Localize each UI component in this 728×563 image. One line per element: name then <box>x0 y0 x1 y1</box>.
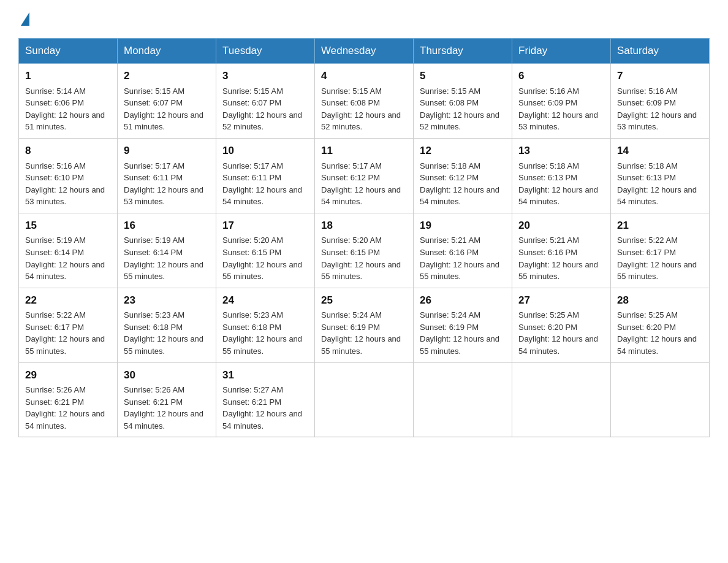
calendar-cell: 5Sunrise: 5:15 AMSunset: 6:08 PMDaylight… <box>414 64 512 139</box>
day-number: 8 <box>25 144 111 159</box>
page-header <box>18 12 710 27</box>
day-info: Sunrise: 5:18 AMSunset: 6:12 PMDaylight:… <box>420 161 499 207</box>
calendar-cell: 2Sunrise: 5:15 AMSunset: 6:07 PMDaylight… <box>118 64 216 139</box>
calendar-cell: 31Sunrise: 5:27 AMSunset: 6:21 PMDayligh… <box>216 362 315 437</box>
calendar-cell: 13Sunrise: 5:18 AMSunset: 6:13 PMDayligh… <box>512 138 611 213</box>
day-number: 31 <box>222 368 308 383</box>
calendar-cell: 28Sunrise: 5:25 AMSunset: 6:20 PMDayligh… <box>611 288 710 362</box>
day-info: Sunrise: 5:26 AMSunset: 6:21 PMDaylight:… <box>124 385 203 431</box>
day-info: Sunrise: 5:17 AMSunset: 6:11 PMDaylight:… <box>222 161 302 207</box>
calendar-cell: 26Sunrise: 5:24 AMSunset: 6:19 PMDayligh… <box>414 288 512 362</box>
calendar-body: 1Sunrise: 5:14 AMSunset: 6:06 PMDaylight… <box>19 64 710 437</box>
day-number: 9 <box>124 144 210 159</box>
calendar-cell: 17Sunrise: 5:20 AMSunset: 6:15 PMDayligh… <box>216 213 315 288</box>
weekday-header-friday: Friday <box>512 39 611 64</box>
day-number: 30 <box>124 368 210 383</box>
calendar-cell: 21Sunrise: 5:22 AMSunset: 6:17 PMDayligh… <box>611 213 710 288</box>
day-number: 27 <box>518 293 604 308</box>
day-info: Sunrise: 5:22 AMSunset: 6:17 PMDaylight:… <box>617 236 697 281</box>
calendar-cell: 11Sunrise: 5:17 AMSunset: 6:12 PMDayligh… <box>315 138 414 213</box>
weekday-header-monday: Monday <box>118 39 216 64</box>
day-info: Sunrise: 5:22 AMSunset: 6:17 PMDaylight:… <box>25 310 105 356</box>
day-number: 22 <box>25 293 111 308</box>
day-number: 14 <box>617 144 703 159</box>
day-number: 26 <box>420 293 506 308</box>
day-number: 3 <box>222 69 308 84</box>
calendar-cell: 22Sunrise: 5:22 AMSunset: 6:17 PMDayligh… <box>19 288 118 362</box>
calendar-cell: 29Sunrise: 5:26 AMSunset: 6:21 PMDayligh… <box>19 362 118 437</box>
day-info: Sunrise: 5:15 AMSunset: 6:08 PMDaylight:… <box>420 86 499 132</box>
day-info: Sunrise: 5:24 AMSunset: 6:19 PMDaylight:… <box>321 310 401 356</box>
day-number: 11 <box>321 144 407 159</box>
day-info: Sunrise: 5:24 AMSunset: 6:19 PMDaylight:… <box>420 310 499 356</box>
calendar-cell: 15Sunrise: 5:19 AMSunset: 6:14 PMDayligh… <box>19 213 118 288</box>
day-info: Sunrise: 5:21 AMSunset: 6:16 PMDaylight:… <box>420 236 499 281</box>
calendar-cell: 3Sunrise: 5:15 AMSunset: 6:07 PMDaylight… <box>216 64 315 139</box>
day-number: 6 <box>518 69 604 84</box>
calendar-cell: 12Sunrise: 5:18 AMSunset: 6:12 PMDayligh… <box>414 138 512 213</box>
day-info: Sunrise: 5:14 AMSunset: 6:06 PMDaylight:… <box>25 86 105 132</box>
day-number: 23 <box>124 293 210 308</box>
day-number: 5 <box>420 69 506 84</box>
day-number: 1 <box>25 69 111 84</box>
calendar-cell <box>611 362 710 437</box>
day-info: Sunrise: 5:16 AMSunset: 6:10 PMDaylight:… <box>25 161 105 207</box>
day-number: 16 <box>124 218 210 234</box>
calendar-week-row: 22Sunrise: 5:22 AMSunset: 6:17 PMDayligh… <box>19 288 710 362</box>
calendar-cell: 7Sunrise: 5:16 AMSunset: 6:09 PMDaylight… <box>611 64 710 139</box>
day-number: 13 <box>518 144 604 159</box>
day-info: Sunrise: 5:19 AMSunset: 6:14 PMDaylight:… <box>25 236 105 281</box>
weekday-header-row: SundayMondayTuesdayWednesdayThursdayFrid… <box>19 39 710 64</box>
calendar-cell: 24Sunrise: 5:23 AMSunset: 6:18 PMDayligh… <box>216 288 315 362</box>
calendar-cell: 14Sunrise: 5:18 AMSunset: 6:13 PMDayligh… <box>611 138 710 213</box>
calendar-cell: 23Sunrise: 5:23 AMSunset: 6:18 PMDayligh… <box>118 288 216 362</box>
day-info: Sunrise: 5:17 AMSunset: 6:12 PMDaylight:… <box>321 161 401 207</box>
day-info: Sunrise: 5:23 AMSunset: 6:18 PMDaylight:… <box>124 310 203 356</box>
calendar-cell: 1Sunrise: 5:14 AMSunset: 6:06 PMDaylight… <box>19 64 118 139</box>
calendar-cell: 9Sunrise: 5:17 AMSunset: 6:11 PMDaylight… <box>118 138 216 213</box>
day-info: Sunrise: 5:26 AMSunset: 6:21 PMDaylight:… <box>25 385 105 431</box>
weekday-header-tuesday: Tuesday <box>216 39 315 64</box>
calendar-week-row: 29Sunrise: 5:26 AMSunset: 6:21 PMDayligh… <box>19 362 710 437</box>
calendar-cell: 8Sunrise: 5:16 AMSunset: 6:10 PMDaylight… <box>19 138 118 213</box>
weekday-header-sunday: Sunday <box>19 39 118 64</box>
day-info: Sunrise: 5:15 AMSunset: 6:08 PMDaylight:… <box>321 86 401 132</box>
day-number: 20 <box>518 218 604 234</box>
weekday-header-thursday: Thursday <box>414 39 512 64</box>
day-info: Sunrise: 5:16 AMSunset: 6:09 PMDaylight:… <box>518 86 598 132</box>
day-number: 15 <box>25 218 111 234</box>
day-number: 24 <box>222 293 308 308</box>
day-info: Sunrise: 5:18 AMSunset: 6:13 PMDaylight:… <box>518 161 598 207</box>
calendar-cell: 6Sunrise: 5:16 AMSunset: 6:09 PMDaylight… <box>512 64 611 139</box>
calendar-cell: 18Sunrise: 5:20 AMSunset: 6:15 PMDayligh… <box>315 213 414 288</box>
logo <box>18 12 29 27</box>
day-number: 19 <box>420 218 506 234</box>
day-info: Sunrise: 5:20 AMSunset: 6:15 PMDaylight:… <box>222 236 302 281</box>
day-number: 10 <box>222 144 308 159</box>
calendar-week-row: 15Sunrise: 5:19 AMSunset: 6:14 PMDayligh… <box>19 213 710 288</box>
day-info: Sunrise: 5:20 AMSunset: 6:15 PMDaylight:… <box>321 236 401 281</box>
calendar-cell: 10Sunrise: 5:17 AMSunset: 6:11 PMDayligh… <box>216 138 315 213</box>
day-number: 2 <box>124 69 210 84</box>
calendar-cell: 27Sunrise: 5:25 AMSunset: 6:20 PMDayligh… <box>512 288 611 362</box>
day-number: 28 <box>617 293 703 308</box>
day-number: 21 <box>617 218 703 234</box>
day-number: 7 <box>617 69 703 84</box>
day-info: Sunrise: 5:15 AMSunset: 6:07 PMDaylight:… <box>222 86 302 132</box>
day-info: Sunrise: 5:25 AMSunset: 6:20 PMDaylight:… <box>518 310 598 356</box>
day-number: 29 <box>25 368 111 383</box>
day-info: Sunrise: 5:21 AMSunset: 6:16 PMDaylight:… <box>518 236 598 281</box>
calendar-cell: 16Sunrise: 5:19 AMSunset: 6:14 PMDayligh… <box>118 213 216 288</box>
weekday-header-wednesday: Wednesday <box>315 39 414 64</box>
calendar-week-row: 8Sunrise: 5:16 AMSunset: 6:10 PMDaylight… <box>19 138 710 213</box>
calendar-week-row: 1Sunrise: 5:14 AMSunset: 6:06 PMDaylight… <box>19 64 710 139</box>
calendar-cell: 19Sunrise: 5:21 AMSunset: 6:16 PMDayligh… <box>414 213 512 288</box>
calendar-cell <box>414 362 512 437</box>
calendar-cell <box>512 362 611 437</box>
calendar-cell: 25Sunrise: 5:24 AMSunset: 6:19 PMDayligh… <box>315 288 414 362</box>
day-number: 12 <box>420 144 506 159</box>
day-info: Sunrise: 5:18 AMSunset: 6:13 PMDaylight:… <box>617 161 697 207</box>
day-info: Sunrise: 5:23 AMSunset: 6:18 PMDaylight:… <box>222 310 302 356</box>
day-number: 25 <box>321 293 407 308</box>
day-number: 17 <box>222 218 308 234</box>
